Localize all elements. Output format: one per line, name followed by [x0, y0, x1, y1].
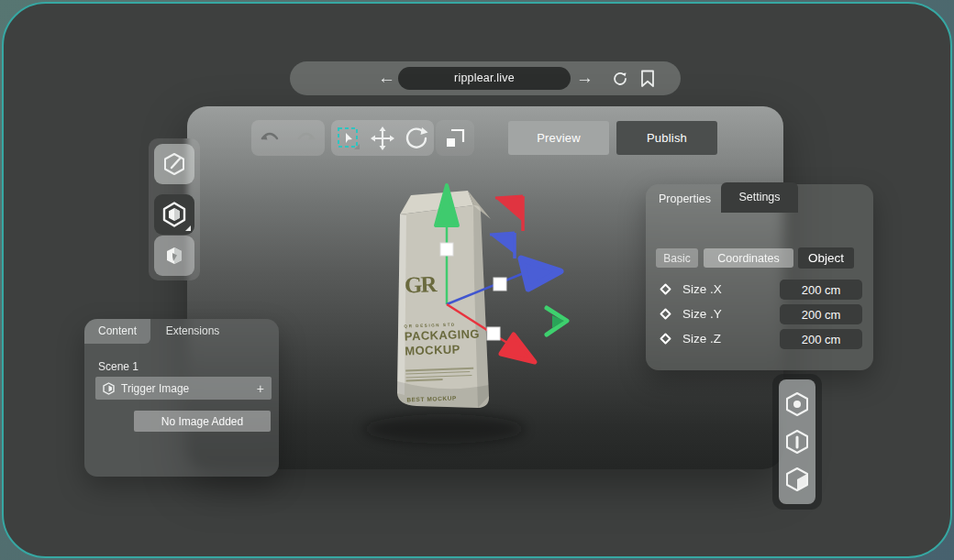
scale-handle-y[interactable] — [440, 243, 453, 256]
reload-icon[interactable] — [611, 70, 629, 88]
redo-button[interactable] — [292, 124, 321, 153]
hexagon-face-icon — [784, 466, 810, 493]
axis-x-flag[interactable] — [495, 196, 523, 231]
face-select-button[interactable] — [782, 464, 812, 495]
cube-faces-icon — [161, 243, 187, 269]
edit-scene-button[interactable] — [154, 144, 194, 184]
axis-pivot-button[interactable] — [782, 426, 812, 457]
publish-button[interactable]: Publish — [616, 121, 717, 155]
properties-panel: Properties Settings Basic Coordinates Ob… — [646, 184, 873, 370]
content-panel: Content Extensions Scene 1 Trigger Image… — [84, 319, 279, 477]
select-tool-button[interactable] — [334, 124, 363, 153]
move-icon — [371, 126, 394, 150]
select-icon — [337, 126, 361, 151]
scale-tool-group — [436, 120, 474, 156]
size-y-label: Size .Y — [682, 307, 722, 321]
app-stage: ← ripplear.live → — [0, 0, 954, 560]
size-x-value-field[interactable]: 200 cm — [780, 280, 862, 300]
tab-content[interactable]: Content — [84, 319, 150, 344]
tab-properties[interactable]: Properties — [659, 192, 711, 205]
tab-settings[interactable]: Settings — [721, 182, 798, 213]
diamond-icon — [660, 333, 671, 345]
hexagon-edit-icon — [161, 151, 187, 177]
axis-z-arrow[interactable] — [521, 258, 560, 289]
basic-mode-button[interactable]: Basic — [656, 248, 698, 268]
no-image-added-button[interactable]: No Image Added — [134, 411, 271, 432]
undo-icon — [259, 130, 281, 147]
object-mode-tab-button[interactable]: Object — [798, 247, 854, 269]
size-x-label: Size .X — [682, 282, 722, 296]
size-z-row: Size .Z 200 cm — [646, 329, 873, 349]
size-z-label: Size .Z — [682, 332, 721, 346]
preview-button[interactable]: Preview — [508, 121, 609, 155]
redo-icon — [295, 130, 317, 147]
undo-button[interactable] — [255, 124, 284, 153]
anchor-point-button[interactable] — [782, 389, 812, 420]
size-y-value-field[interactable]: 200 cm — [780, 304, 862, 324]
object-mode-button[interactable] — [154, 194, 194, 235]
scale-icon — [444, 127, 466, 149]
url-field[interactable]: ripplear.live — [398, 67, 571, 90]
scale-handle-z[interactable] — [494, 278, 506, 291]
trigger-image-label: Trigger Image — [121, 382, 257, 395]
forward-icon[interactable]: → — [576, 61, 593, 95]
scale-handle-x[interactable] — [487, 327, 500, 340]
axis-z-flag[interactable] — [490, 233, 515, 258]
dropdown-corner-icon — [185, 225, 191, 231]
hexagon-bar-icon — [784, 428, 810, 456]
components-button[interactable] — [154, 236, 194, 276]
size-y-row: Size .Y 200 cm — [646, 304, 873, 324]
move-tool-button[interactable] — [368, 124, 397, 153]
browser-bar: ← ripplear.live → — [290, 61, 681, 95]
rotate-tool-button[interactable] — [402, 124, 431, 153]
size-z-value-field[interactable]: 200 cm — [780, 329, 862, 349]
diamond-icon — [660, 308, 671, 320]
rotate-icon — [405, 126, 428, 150]
object-rail — [779, 379, 815, 504]
diamond-icon — [660, 283, 671, 295]
back-icon[interactable]: ← — [378, 61, 395, 95]
bag-shadow — [363, 414, 525, 444]
trigger-image-row[interactable]: Trigger Image + — [95, 377, 272, 400]
transform-tools-group — [331, 120, 434, 156]
add-trigger-image-icon[interactable]: + — [257, 381, 264, 396]
coordinates-mode-button[interactable]: Coordinates — [704, 248, 793, 268]
scale-tool-button[interactable] — [440, 124, 470, 153]
bookmark-icon[interactable] — [640, 70, 655, 88]
size-x-row: Size .X 200 cm — [646, 280, 873, 300]
device-frame: ← ripplear.live → — [2, 2, 952, 558]
axis-y-chevron[interactable] — [547, 308, 567, 335]
trigger-image-icon — [103, 382, 115, 395]
scene-label: Scene 1 — [98, 360, 139, 373]
history-group — [251, 120, 325, 156]
tab-extensions[interactable]: Extensions — [154, 319, 231, 344]
hexagon-cube-icon — [161, 201, 188, 228]
hexagon-dot-icon — [784, 390, 810, 418]
axis-x-arrow[interactable] — [501, 335, 535, 362]
